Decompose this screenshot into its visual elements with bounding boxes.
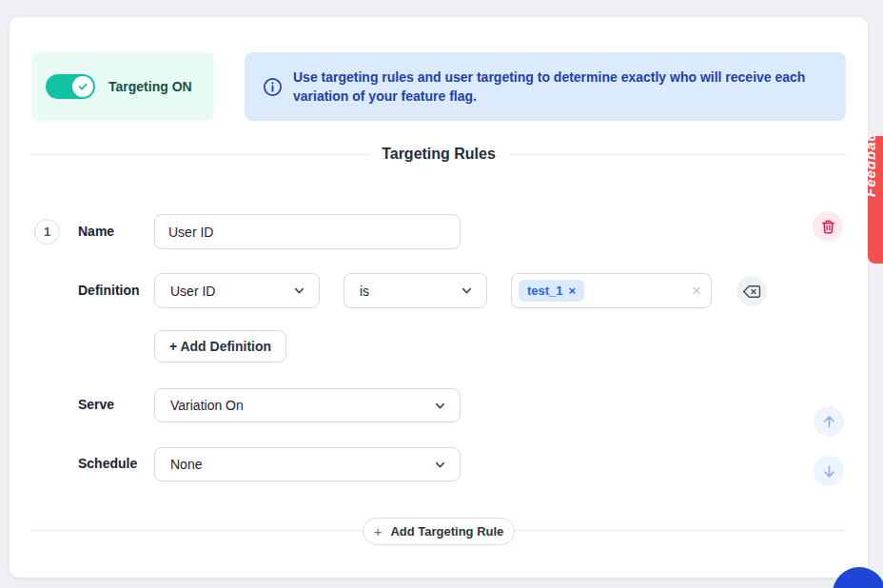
definition-values-input[interactable]: test_1 × × [511,273,712,308]
targeting-card: Targeting ON Use targeting rules and use… [10,17,868,578]
add-targeting-rule-label: Add Targeting Rule [390,524,503,539]
feedback-tab[interactable]: Feedback [868,136,883,264]
info-banner: Use targeting rules and user targeting t… [245,52,846,121]
serve-select[interactable]: Variation On [154,388,461,422]
chevron-down-icon [434,400,446,412]
value-chip-label: test_1 [527,284,563,298]
definition-label: Definition [78,283,140,298]
targeting-screen: Targeting ON Use targeting rules and use… [0,0,883,588]
rule-number-badge: 1 [34,219,60,245]
chevron-down-icon [434,459,446,471]
targeting-toggle-switch[interactable] [46,74,95,99]
schedule-label: Schedule [78,456,137,471]
targeting-toggle-box: Targeting ON [31,52,214,121]
heading-divider-left [31,154,369,155]
targeting-toggle-label: Targeting ON [108,79,192,94]
section-heading: Targeting Rules [31,145,846,164]
backspace-button[interactable] [736,276,767,306]
section-title: Targeting Rules [382,146,496,163]
schedule-value: None [170,457,202,472]
check-icon [77,81,88,92]
arrow-up-icon [821,414,837,430]
move-rule-down-button[interactable] [814,456,844,486]
backspace-icon [742,284,761,299]
serve-value: Variation On [170,398,244,413]
chip-remove-icon[interactable]: × [569,284,577,297]
definition-comparator-select[interactable]: is [343,273,487,308]
info-banner-text: Use targeting rules and user targeting t… [293,68,823,106]
value-chip: test_1 × [519,280,584,302]
move-rule-up-button[interactable] [814,406,844,437]
trash-icon [820,219,836,235]
plus-icon: + [374,524,383,539]
definition-comparator-value: is [360,284,369,299]
clear-values-icon[interactable]: × [692,283,701,299]
chevron-down-icon [293,284,305,297]
arrow-down-icon [821,463,837,480]
definition-property-value: User ID [170,284,215,299]
heading-divider-right [508,154,846,155]
delete-rule-button[interactable] [813,211,843,242]
chevron-down-icon [461,284,473,297]
schedule-select[interactable]: None [154,447,461,481]
add-definition-button[interactable]: + Add Definition [154,330,286,363]
serve-label: Serve [78,397,114,412]
definition-property-select[interactable]: User ID [154,273,320,308]
rule-name-input[interactable] [154,214,461,249]
feedback-tab-label: Feedback [868,136,878,197]
add-targeting-rule-button[interactable]: + Add Targeting Rule [363,518,515,545]
toggle-knob [72,76,93,97]
name-label: Name [78,224,114,239]
info-icon [263,77,283,97]
